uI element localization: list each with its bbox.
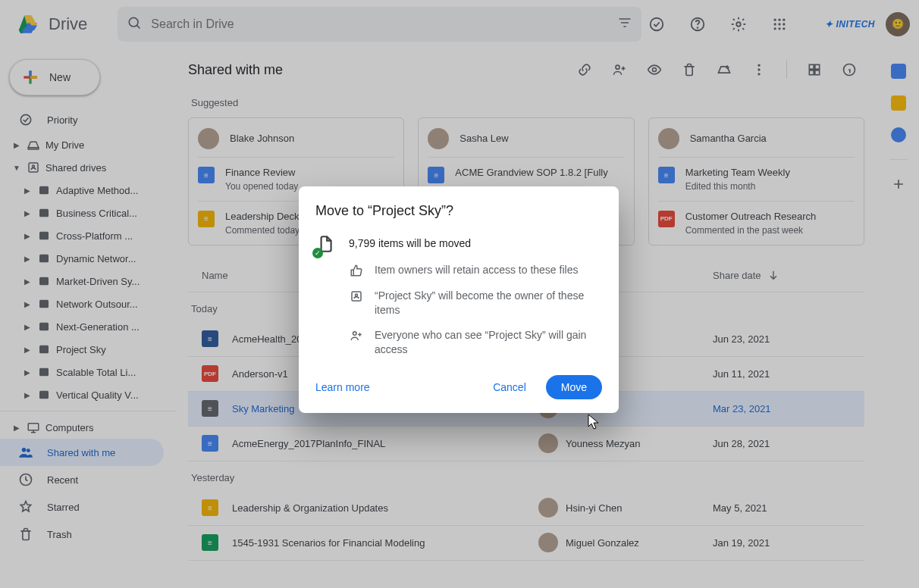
dialog-line-3: Everyone who can see “Project Sky” will … <box>375 328 602 357</box>
mouse-cursor-icon <box>587 414 602 430</box>
svg-point-46 <box>356 294 358 296</box>
dialog-title: Move to “Project Sky”? <box>315 203 602 219</box>
dialog-lead-text: 9,799 items will be moved <box>349 234 471 249</box>
dialog-line-2: “Project Sky” will become the owner of t… <box>375 289 602 317</box>
learn-more-link[interactable]: Learn more <box>315 381 370 393</box>
move-button[interactable]: Move <box>546 375 602 399</box>
file-move-icon: ✓ <box>315 234 337 255</box>
cancel-button[interactable]: Cancel <box>482 375 537 399</box>
dialog-line-1: Item owners will retain access to these … <box>375 263 578 277</box>
check-badge-icon: ✓ <box>312 248 323 258</box>
owner-change-icon <box>349 289 364 304</box>
svg-point-47 <box>353 332 357 336</box>
thumb-up-icon <box>349 263 364 278</box>
move-dialog: Move to “Project Sky”? ✓ 9,799 items wil… <box>299 186 619 413</box>
group-access-icon <box>349 328 364 343</box>
